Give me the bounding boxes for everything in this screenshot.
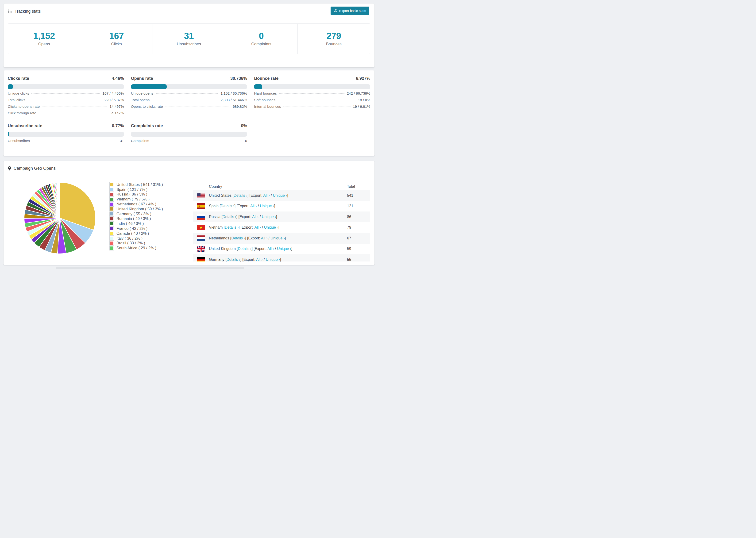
legend-swatch-icon <box>110 241 114 245</box>
export-unique-link[interactable]: Unique › <box>270 236 285 240</box>
export-all-link[interactable]: All › <box>267 247 274 251</box>
total-value: 541 <box>347 193 370 198</box>
bar-chart-icon <box>8 9 12 14</box>
export-unique-link[interactable]: Unique › <box>266 257 280 261</box>
flag-de-icon <box>197 257 205 261</box>
details-link[interactable]: Details › <box>221 204 235 208</box>
rate-block-clicks-rate: Clicks rate4.46%Unique clicks167 / 4.456… <box>8 76 124 118</box>
legend-label: France ( 42 / 2% ) <box>117 226 147 231</box>
rate-stat-row: Total opens2,303 / 61.446% <box>131 98 247 104</box>
summary-grid: 1,152Opens167Clicks31Unsubscribes0Compla… <box>8 24 370 54</box>
table-row-us: United States [Details ›] [Export: All ›… <box>193 190 370 201</box>
country-name: Netherlands <box>209 236 230 240</box>
legend-label: Italy ( 36 / 2% ) <box>117 236 142 241</box>
progress-bar <box>131 84 247 89</box>
legend-label: Brazil ( 33 / 2% ) <box>117 241 145 245</box>
country-name: Germany <box>209 257 225 261</box>
rate-stat-row: Unique clicks167 / 4.456% <box>8 91 124 98</box>
export-all-link[interactable]: All › <box>252 215 259 219</box>
table-row-de: Germany [Details ›] [Export: All › / Uni… <box>193 254 370 261</box>
geo-legend: United States ( 541 / 31% )Spain ( 121 /… <box>110 182 163 250</box>
legend-label: Russia ( 86 / 5% ) <box>117 192 147 196</box>
total-value: 86 <box>347 215 370 219</box>
export-all-link[interactable]: All › <box>261 236 267 240</box>
legend-label: Canada ( 40 / 2% ) <box>117 231 149 236</box>
section-title: Campaign Geo Opens <box>14 166 56 171</box>
legend-item: Spain ( 121 / 7% ) <box>110 187 163 192</box>
legend-item: Germany ( 55 / 3% ) <box>110 211 163 216</box>
rate-title: Unsubscribe rate <box>8 124 42 129</box>
legend-label: Romania ( 49 / 3% ) <box>117 216 151 221</box>
rate-block-opens-rate: Opens rate30.736%Unique opens1,152 / 30.… <box>131 76 247 118</box>
rate-title: Complaints rate <box>131 124 163 129</box>
geo-table: Country Total United States [Details ›] … <box>193 183 370 261</box>
summary-cell-complaints: 0Complaints <box>225 24 297 54</box>
legend-item: Romania ( 49 / 3% ) <box>110 216 163 221</box>
map-pin-icon <box>8 166 11 171</box>
legend-swatch-icon <box>110 212 114 216</box>
summary-cell-opens: 1,152Opens <box>8 24 80 54</box>
geo-pie-chart <box>22 181 97 256</box>
next-section-edge <box>56 267 244 269</box>
legend-swatch-icon <box>110 207 114 211</box>
table-row-gb: United Kingdom [Details ›] [Export: All … <box>193 243 370 254</box>
tracking-stats-card: Tracking stats Export basic stats 1,152O… <box>4 4 374 67</box>
total-value: 79 <box>347 225 370 230</box>
summary-value: 1,152 <box>33 31 55 41</box>
summary-cell-unsubscribes: 31Unsubscribes <box>153 24 225 54</box>
details-link[interactable]: Details › <box>234 193 247 197</box>
summary-label: Complaints <box>251 42 271 46</box>
rate-title: Opens rate <box>131 76 153 81</box>
export-unique-link[interactable]: Unique › <box>262 215 276 219</box>
export-unique-link[interactable]: Unique › <box>273 193 287 197</box>
rate-stat-row: Total clicks220 / 5.87% <box>8 98 124 104</box>
export-all-link[interactable]: All › <box>254 225 261 229</box>
column-header-country: Country <box>209 185 347 189</box>
rate-block-unsubscribe-rate: Unsubscribe rate0.77%Unsubscribes31 <box>8 124 124 145</box>
total-value: 121 <box>347 204 370 208</box>
table-row-es: Spain [Details ›] [Export: All › / Uniqu… <box>193 201 370 212</box>
legend-swatch-icon <box>110 217 114 221</box>
details-link[interactable]: Details › <box>223 215 237 219</box>
summary-label: Bounces <box>326 42 342 46</box>
rate-stat-row: Clicks to opens rate14.497% <box>8 104 124 111</box>
export-all-link[interactable]: All › <box>263 193 270 197</box>
export-unique-link[interactable]: Unique › <box>277 247 291 251</box>
summary-label: Clicks <box>111 42 122 46</box>
details-link[interactable]: Details › <box>225 225 239 229</box>
legend-item: Russia ( 86 / 5% ) <box>110 192 163 197</box>
rate-stat-row: Hard bounces242 / 86.738% <box>254 91 370 98</box>
legend-swatch-icon <box>110 187 114 191</box>
flag-us-icon <box>197 193 205 198</box>
export-unique-link[interactable]: Unique › <box>260 204 274 208</box>
geo-header: Campaign Geo Opens <box>4 161 374 176</box>
rates-card: Clicks rate4.46%Unique clicks167 / 4.456… <box>4 71 374 156</box>
export-unique-link[interactable]: Unique › <box>264 225 278 229</box>
export-icon <box>334 9 337 13</box>
rate-value: 6.927% <box>356 76 370 81</box>
details-link[interactable]: Details › <box>227 257 241 261</box>
export-all-link[interactable]: All › <box>250 204 257 208</box>
flag-gb-icon <box>197 246 205 252</box>
legend-item: Canada ( 40 / 2% ) <box>110 231 163 236</box>
country-name: United States <box>209 193 233 197</box>
legend-label: Spain ( 121 / 7% ) <box>117 187 147 192</box>
legend-swatch-icon <box>110 236 114 241</box>
summary-label: Unsubscribes <box>177 42 201 46</box>
legend-item: United States ( 541 / 31% ) <box>110 182 163 187</box>
geo-title: Campaign Geo Opens <box>8 166 56 171</box>
rate-title: Clicks rate <box>8 76 29 81</box>
summary-value: 279 <box>327 31 341 41</box>
export-basic-stats-button[interactable]: Export basic stats <box>331 7 369 15</box>
legend-swatch-icon <box>110 246 114 250</box>
flag-ru-icon <box>197 214 205 220</box>
export-all-link[interactable]: All › <box>256 257 263 261</box>
rate-stat-row: Internal bounces19 / 6.81% <box>254 104 370 111</box>
details-link[interactable]: Details › <box>238 247 252 251</box>
legend-label: United States ( 541 / 31% ) <box>117 183 163 187</box>
legend-item: Vietnam ( 79 / 5% ) <box>110 197 163 202</box>
progress-bar <box>131 132 247 136</box>
total-value: 67 <box>347 236 370 241</box>
rates-grid: Clicks rate4.46%Unique clicks167 / 4.456… <box>4 71 374 145</box>
details-link[interactable]: Details › <box>231 236 245 240</box>
